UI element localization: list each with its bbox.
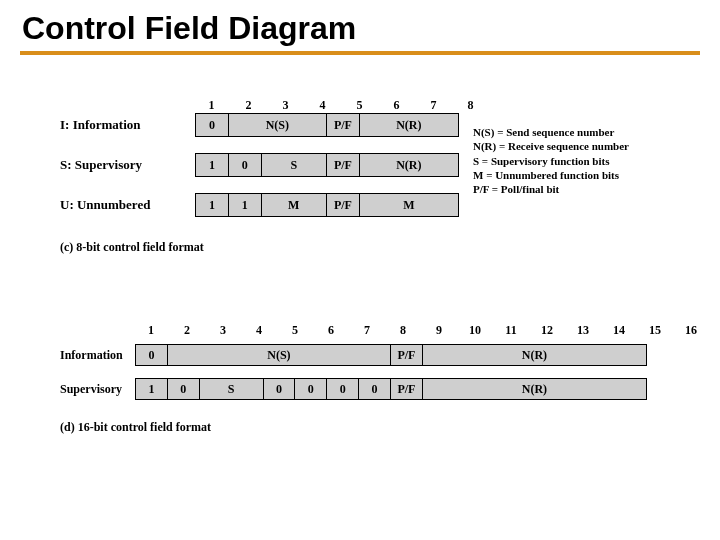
row-label-information-16: Information: [60, 348, 123, 363]
field-cell: P/F: [327, 154, 360, 176]
field-cell: P/F: [327, 114, 360, 136]
bar-supervisory-16: 1 0 S 0 0 0 0 P/F N(R): [135, 378, 647, 400]
field-cell: N(S): [229, 114, 327, 136]
col-num: 8: [454, 98, 487, 113]
field-cell: 1: [196, 194, 229, 216]
caption-8bit: (c) 8-bit control field format: [60, 240, 204, 255]
col-num: 15: [639, 323, 671, 338]
legend-line: N(S) = Send sequence number: [473, 125, 629, 139]
col-num: 7: [351, 323, 383, 338]
col-numbers-16: 1 2 3 4 5 6 7 8 9 10 11 12 13 14 15 16: [135, 320, 707, 338]
col-num: 2: [171, 323, 203, 338]
col-num: 1: [195, 98, 228, 113]
field-cell: P/F: [327, 194, 360, 216]
col-num: 14: [603, 323, 635, 338]
field-cell: M: [262, 194, 328, 216]
col-num: 6: [315, 323, 347, 338]
field-cell: N(R): [423, 379, 646, 399]
field-cell: M: [360, 194, 458, 216]
col-num: 7: [417, 98, 450, 113]
field-cell: 1: [229, 194, 262, 216]
legend-line: N(R) = Receive sequence number: [473, 139, 629, 153]
col-num: 9: [423, 323, 455, 338]
field-cell: 0: [136, 345, 168, 365]
col-num: 3: [269, 98, 302, 113]
field-cell: P/F: [391, 345, 423, 365]
page-title: Control Field Diagram: [0, 0, 720, 51]
row-label-information: I: Information: [60, 117, 141, 133]
row-label-unnumbered: U: Unnumbered: [60, 197, 150, 213]
bar-supervisory-8: 1 0 S P/F N(R): [195, 153, 459, 177]
field-cell: S: [262, 154, 328, 176]
row-label-supervisory-16: Supervisory: [60, 382, 122, 397]
field-cell: N(S): [168, 345, 391, 365]
row-label-supervisory: S: Supervisory: [60, 157, 142, 173]
col-num: 4: [243, 323, 275, 338]
field-cell: 0: [359, 379, 391, 399]
col-num: 16: [675, 323, 707, 338]
field-cell: 0: [327, 379, 359, 399]
legend-line: P/F = Poll/final bit: [473, 182, 629, 196]
col-num: 5: [343, 98, 376, 113]
title-rule: [20, 51, 700, 55]
caption-16bit: (d) 16-bit control field format: [60, 420, 211, 435]
col-num: 5: [279, 323, 311, 338]
legend-line: S = Supervisory function bits: [473, 154, 629, 168]
col-num: 12: [531, 323, 563, 338]
col-num: 11: [495, 323, 527, 338]
col-num: 1: [135, 323, 167, 338]
field-cell: 1: [196, 154, 229, 176]
col-num: 6: [380, 98, 413, 113]
col-num: 13: [567, 323, 599, 338]
col-num: 3: [207, 323, 239, 338]
legend-line: M = Unnumbered function bits: [473, 168, 629, 182]
field-cell: 0: [295, 379, 327, 399]
field-cell: N(R): [423, 345, 646, 365]
field-cell: 0: [196, 114, 229, 136]
bar-unnumbered-8: 1 1 M P/F M: [195, 193, 459, 217]
field-cell: N(R): [360, 114, 458, 136]
field-cell: S: [200, 379, 264, 399]
field-cell: 0: [229, 154, 262, 176]
field-cell: 1: [136, 379, 168, 399]
col-num: 8: [387, 323, 419, 338]
legend: N(S) = Send sequence number N(R) = Recei…: [473, 125, 629, 196]
col-num: 2: [232, 98, 265, 113]
bar-information-16: 0 N(S) P/F N(R): [135, 344, 647, 366]
field-cell: 0: [168, 379, 200, 399]
field-cell: N(R): [360, 154, 458, 176]
col-numbers-8: 1 2 3 4 5 6 7 8: [195, 95, 487, 113]
col-num: 4: [306, 98, 339, 113]
bar-information-8: 0 N(S) P/F N(R): [195, 113, 459, 137]
field-cell: 0: [264, 379, 296, 399]
field-cell: P/F: [391, 379, 423, 399]
col-num: 10: [459, 323, 491, 338]
